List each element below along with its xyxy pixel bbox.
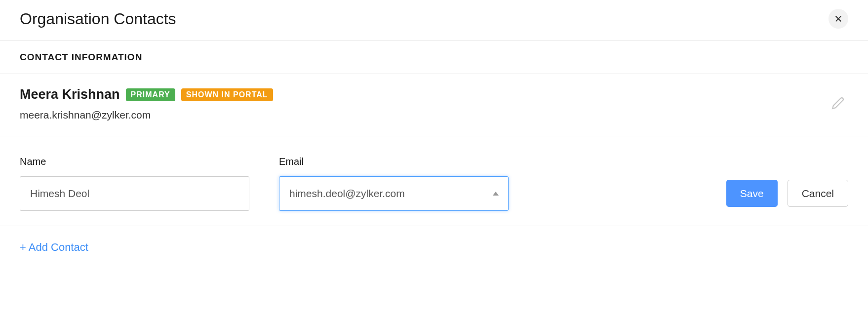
contact-name: Meera Krishnan bbox=[20, 87, 120, 102]
name-field-group: Name bbox=[20, 156, 249, 211]
close-button[interactable] bbox=[829, 9, 848, 29]
email-input[interactable] bbox=[279, 176, 509, 211]
contact-info: Meera Krishnan PRIMARY SHOWN IN PORTAL m… bbox=[20, 87, 273, 121]
contact-name-line: Meera Krishnan PRIMARY SHOWN IN PORTAL bbox=[20, 87, 273, 102]
caret-up-icon[interactable] bbox=[493, 192, 499, 196]
form-actions: Save Cancel bbox=[726, 180, 848, 211]
add-contact-row: + Add Contact bbox=[0, 226, 868, 269]
cancel-button[interactable]: Cancel bbox=[788, 180, 848, 207]
edit-contact-button[interactable] bbox=[828, 93, 848, 115]
contact-email: meera.krishnan@zylker.com bbox=[20, 109, 273, 121]
contact-form-row: Name Email Save Cancel bbox=[0, 136, 868, 226]
section-header: CONTACT INFORMATION bbox=[0, 41, 868, 74]
email-combobox[interactable] bbox=[279, 176, 509, 211]
save-button[interactable]: Save bbox=[726, 180, 778, 207]
page-title: Organisation Contacts bbox=[20, 10, 176, 28]
contact-row: Meera Krishnan PRIMARY SHOWN IN PORTAL m… bbox=[0, 74, 868, 136]
email-field-group: Email bbox=[279, 156, 509, 211]
name-label: Name bbox=[20, 156, 249, 167]
portal-badge: SHOWN IN PORTAL bbox=[181, 88, 273, 101]
pencil-icon bbox=[831, 97, 844, 110]
close-icon bbox=[834, 14, 843, 23]
section-title: CONTACT INFORMATION bbox=[20, 52, 848, 63]
primary-badge: PRIMARY bbox=[126, 88, 175, 101]
add-contact-link[interactable]: + Add Contact bbox=[20, 241, 88, 253]
name-input[interactable] bbox=[20, 176, 249, 211]
modal-header: Organisation Contacts bbox=[0, 0, 868, 41]
email-label: Email bbox=[279, 156, 509, 167]
